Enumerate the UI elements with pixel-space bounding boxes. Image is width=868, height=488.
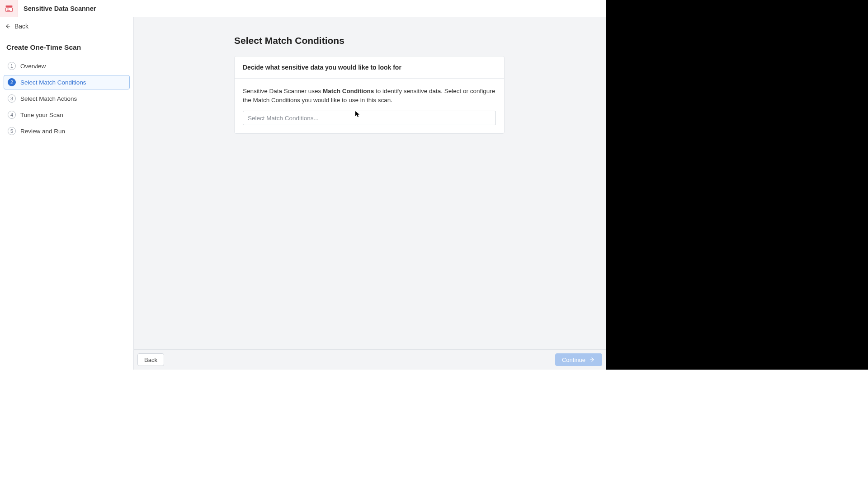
match-conditions-card: Decide what sensitive data you would lik… bbox=[234, 56, 505, 134]
scanner-icon bbox=[5, 5, 13, 13]
step-select-match-actions[interactable]: 3 Select Match Actions bbox=[4, 91, 130, 106]
step-number: 3 bbox=[8, 94, 16, 103]
footer-back-label: Back bbox=[144, 357, 157, 363]
step-label: Select Match Conditions bbox=[20, 79, 86, 86]
step-label: Select Match Actions bbox=[20, 95, 77, 102]
arrow-right-icon bbox=[589, 357, 595, 363]
sidebar: Back Create One-Time Scan 1 Overview 2 S… bbox=[0, 17, 134, 370]
match-conditions-select[interactable]: Select Match Conditions... bbox=[243, 111, 496, 125]
select-placeholder: Select Match Conditions... bbox=[248, 115, 319, 122]
step-tune-your-scan[interactable]: 4 Tune your Scan bbox=[4, 108, 130, 122]
sidebar-heading: Create One-Time Scan bbox=[0, 35, 133, 56]
wizard-steps: 1 Overview 2 Select Match Conditions 3 S… bbox=[0, 56, 133, 141]
step-number: 4 bbox=[8, 111, 16, 119]
svg-rect-2 bbox=[6, 9, 9, 9]
arrow-left-icon bbox=[5, 23, 11, 29]
card-header: Decide what sensitive data you would lik… bbox=[235, 56, 504, 79]
step-label: Overview bbox=[20, 63, 46, 70]
desc-prefix: Sensitive Data Scanner uses bbox=[243, 88, 323, 94]
step-review-and-run[interactable]: 5 Review and Run bbox=[4, 124, 130, 138]
content-area: Select Match Conditions Decide what sens… bbox=[134, 17, 606, 349]
app-icon-container bbox=[0, 0, 18, 17]
svg-rect-3 bbox=[6, 10, 10, 11]
step-number: 5 bbox=[8, 127, 16, 135]
step-number: 2 bbox=[8, 78, 16, 86]
sidebar-back-button[interactable]: Back bbox=[0, 17, 133, 35]
svg-rect-0 bbox=[5, 5, 12, 7]
app-frame: Sensitive Data Scanner Back Create One-T… bbox=[0, 0, 606, 370]
sidebar-back-label: Back bbox=[14, 23, 28, 30]
footer-continue-label: Continue bbox=[562, 357, 585, 363]
step-label: Review and Run bbox=[20, 128, 65, 135]
step-label: Tune your Scan bbox=[20, 112, 63, 118]
step-number: 1 bbox=[8, 62, 16, 70]
card-body: Sensitive Data Scanner uses Match Condit… bbox=[235, 79, 504, 133]
footer-continue-button[interactable]: Continue bbox=[555, 353, 602, 366]
footer-back-button[interactable]: Back bbox=[137, 353, 164, 366]
bottom-white-region bbox=[0, 370, 868, 488]
card-description: Sensitive Data Scanner uses Match Condit… bbox=[243, 87, 496, 104]
step-overview[interactable]: 1 Overview bbox=[4, 59, 130, 73]
svg-rect-1 bbox=[5, 7, 12, 11]
wizard-footer: Back Continue bbox=[134, 349, 606, 370]
page-title: Select Match Conditions bbox=[234, 35, 606, 46]
desc-bold: Match Conditions bbox=[323, 88, 374, 94]
main-panel: Select Match Conditions Decide what sens… bbox=[134, 17, 606, 370]
step-select-match-conditions[interactable]: 2 Select Match Conditions bbox=[4, 75, 130, 89]
body: Back Create One-Time Scan 1 Overview 2 S… bbox=[0, 17, 606, 370]
top-bar: Sensitive Data Scanner bbox=[0, 0, 606, 17]
app-title: Sensitive Data Scanner bbox=[24, 5, 96, 12]
